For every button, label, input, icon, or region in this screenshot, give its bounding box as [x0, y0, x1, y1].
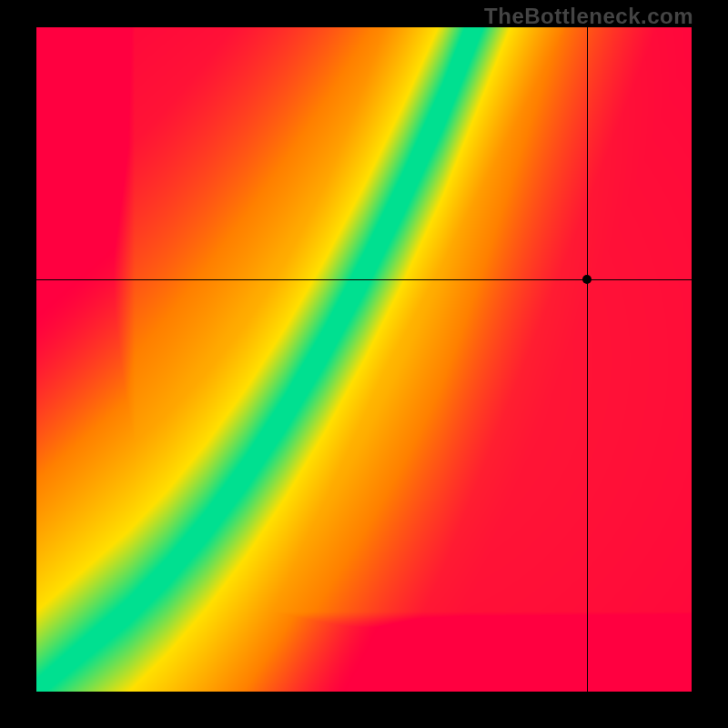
watermark-text: TheBottleneck.com [484, 4, 693, 29]
crosshair-vertical [587, 27, 588, 692]
heatmap-plot [36, 27, 692, 692]
heatmap-canvas [36, 27, 692, 692]
marker-dot [582, 275, 592, 284]
crosshair-horizontal [36, 279, 692, 280]
